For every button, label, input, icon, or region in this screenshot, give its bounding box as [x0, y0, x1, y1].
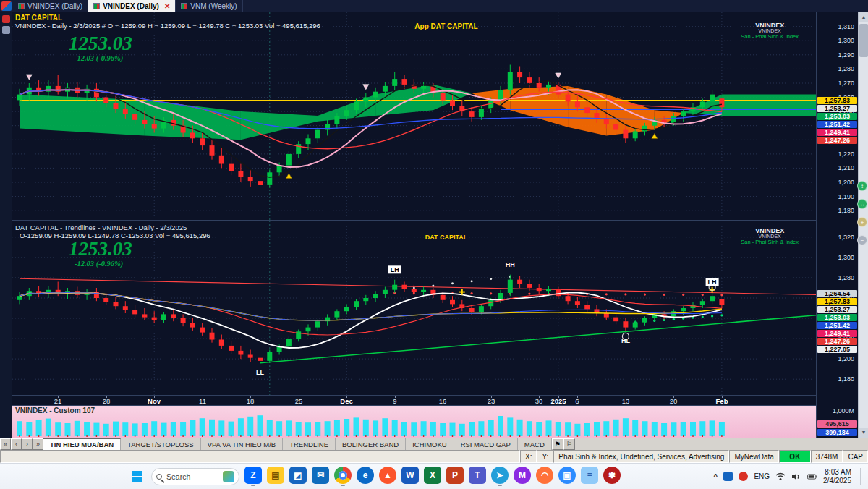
volume-tag: 495,615 — [817, 420, 857, 428]
price-tag: 1,251.42 — [817, 121, 857, 128]
sheet-nav-next[interactable]: › — [22, 438, 33, 450]
brave-icon: ▲ — [379, 467, 396, 484]
taskbar-app-excel[interactable]: X — [424, 467, 441, 487]
window-tab-0[interactable]: VNINDEX (Daily) — [13, 0, 88, 12]
sheet-tab-ichimoku[interactable]: ICHIMOKU — [406, 438, 454, 450]
taskbar-app-messenger[interactable]: M — [514, 467, 531, 487]
zoom-out-tool[interactable]: − — [857, 235, 867, 245]
price-tag: 1,247.26 — [817, 137, 857, 144]
show-desktop-button[interactable] — [860, 468, 862, 485]
svg-text:HL: HL — [621, 337, 630, 344]
notepad-icon: ≡ — [581, 467, 598, 484]
taskbar-app-chrome[interactable] — [334, 467, 352, 487]
last-price-2: 1253.03 — [69, 238, 132, 260]
taskbar-app-firefox[interactable]: ◠ — [536, 467, 553, 487]
language-indicator[interactable]: ENG — [754, 472, 770, 480]
axis-tick-label: 1,190 — [838, 194, 854, 200]
taskbar-app-photos[interactable]: ◩ — [289, 467, 307, 487]
status-bar: X: Y: Phai Sinh & Index, Undefined, Serv… — [0, 450, 868, 463]
window-tab-2[interactable]: VNM (Weekly) — [176, 0, 242, 12]
word-icon: W — [401, 467, 419, 484]
sheet-nav-last[interactable]: » — [33, 438, 43, 450]
taskbar-app-word[interactable]: W — [401, 467, 419, 487]
price-tag: 1,253.03 — [817, 113, 857, 120]
file-explorer-icon: ▤ — [267, 467, 284, 484]
taskbar-app-brave[interactable]: ▲ — [379, 467, 396, 487]
price-axis[interactable]: 1,3101,3001,2901,2801,2701,2601,2501,240… — [816, 12, 858, 438]
layout-tool-icon[interactable] — [2, 26, 10, 34]
pin-tab-button[interactable]: ⚑ — [552, 438, 563, 450]
price-tag: 1,253.27 — [817, 306, 857, 313]
price-tag: 1,247.26 — [817, 338, 857, 345]
chart-area: DAT CAPITAL VNINDEX - Daily - 2/3/2025 #… — [12, 12, 816, 438]
candlestick-chart-icon — [181, 3, 187, 9]
wifi-icon[interactable] — [775, 472, 786, 482]
axis-tick-label: 1,270 — [838, 80, 854, 87]
price-change-2: -12.03 (-0.96%) — [75, 260, 123, 268]
zoom-in-tool[interactable]: + — [857, 217, 867, 227]
scroll-horizontal-tool[interactable]: ↔ — [857, 199, 867, 209]
taskbar-app-edge[interactable]: e — [357, 467, 374, 487]
date-axis[interactable]: 2128Nov111825Dec9162330202561320Feb — [12, 396, 816, 406]
sheet-tab-rsi-macd-gap[interactable]: RSI MACD GAP — [454, 438, 518, 450]
sheet-nav-first[interactable]: « — [0, 438, 11, 450]
onedrive-icon[interactable] — [723, 472, 733, 481]
axis-tick-label: 1,200 — [838, 179, 854, 186]
sheet-tab-tin-hieu-mua-ban[interactable]: TIN HIEU MUA/BAN — [43, 438, 121, 450]
axis-tick-label: 1,280 — [838, 66, 854, 72]
sheet-tab-trendline[interactable]: TRENDLINE — [283, 438, 336, 450]
volume-histogram[interactable] — [12, 406, 816, 438]
edge-icon: e — [357, 467, 374, 484]
scroll-up-arrow[interactable]: ▲ — [859, 12, 868, 22]
sheet-tab-target-stoploss[interactable]: TARGET/STOPLOSS — [121, 438, 201, 450]
volume-icon[interactable] — [791, 472, 801, 482]
sheet-tab-bolinger-band[interactable]: BOLINGER BAND — [336, 438, 406, 450]
taskbar-app-telegram[interactable]: ➤ — [491, 467, 509, 487]
price-chart-panel-2[interactable]: LLLHHHHLLH DAT CAPITAL - Trendlines - VN… — [12, 221, 816, 396]
taskbar-search-box[interactable]: Search — [151, 468, 239, 485]
taskbar-app-zalo[interactable]: Z — [244, 467, 262, 487]
teams-icon: T — [469, 467, 486, 484]
status-ok-indicator: OK — [779, 450, 811, 463]
scroll-down-arrow[interactable]: ▼ — [859, 428, 868, 438]
tray-chevron-icon[interactable]: ^ — [713, 472, 718, 481]
floating-chart-tools: ↕↔+− — [856, 181, 868, 245]
candlestick-chart-2[interactable]: LLLHHHHLLH — [12, 221, 816, 396]
taskbar-app-zoom[interactable]: ▣ — [558, 467, 576, 487]
window-tab-label: VNM (Weekly) — [190, 2, 237, 10]
sheet-nav-prev[interactable]: ‹ — [11, 438, 22, 450]
unpin-tab-button[interactable]: ⚐ — [563, 438, 575, 450]
tray-time: 8:03 AM — [823, 468, 851, 477]
axis-tick-label: 1,300 — [838, 255, 854, 261]
taskbar-app-mail[interactable]: ✉ — [312, 467, 329, 487]
taskbar-app-teams[interactable]: T — [469, 467, 486, 487]
taskbar-app-powerpoint[interactable]: P — [446, 467, 464, 487]
taskbar-app-app-store[interactable]: ✱ — [603, 467, 621, 487]
chart-tool-icon[interactable] — [2, 15, 10, 23]
document-tab-bar: VNINDEX (Daily)VNINDEX (Daily)✕VNM (Week… — [0, 0, 868, 12]
taskbar-clock[interactable]: 8:03 AM 2/4/2025 — [823, 468, 851, 485]
price-tag: 1,249.41 — [817, 330, 857, 337]
update-badge-icon[interactable] — [739, 472, 748, 481]
close-tab-icon[interactable]: ✕ — [164, 2, 170, 10]
window-tab-label: VNINDEX (Daily) — [27, 2, 82, 10]
window-tabs: VNINDEX (Daily)VNINDEX (Daily)✕VNM (Week… — [13, 0, 243, 12]
candlestick-chart-1[interactable] — [12, 12, 816, 221]
taskbar-app-file-explorer[interactable]: ▤ — [267, 467, 284, 487]
window-tab-1[interactable]: VNINDEX (Daily)✕ — [88, 0, 176, 12]
sheet-tab-macd[interactable]: MACD — [518, 438, 552, 450]
symbol-corner-label: VNINDEX VNINDEX San - Phai Sinh & Index — [741, 22, 799, 40]
sheet-tab-vpa-va-tin-hieu-m-b[interactable]: VPA VA TIN HIEU M/B — [201, 438, 284, 450]
taskbar-app-notepad[interactable]: ≡ — [581, 467, 598, 487]
start-button[interactable] — [127, 467, 146, 486]
scrollbar-thumb[interactable] — [859, 24, 868, 57]
candlestick-chart-icon — [18, 3, 25, 9]
scroll-vertical-tool[interactable]: ↕ — [857, 181, 867, 191]
axis-tick-label: 1,180 — [838, 208, 854, 214]
price-chart-panel-1[interactable]: DAT CAPITAL VNINDEX - Daily - 2/3/2025 #… — [12, 12, 816, 221]
price-tag: 1,227.05 — [817, 346, 857, 353]
date-label: 6 — [565, 397, 590, 405]
battery-icon[interactable] — [807, 472, 817, 482]
volume-panel[interactable]: VNINDEX - Custom 107 — [12, 406, 816, 438]
price-axis-panel-1: 1,3101,3001,2901,2801,2701,2601,2501,240… — [817, 12, 859, 221]
